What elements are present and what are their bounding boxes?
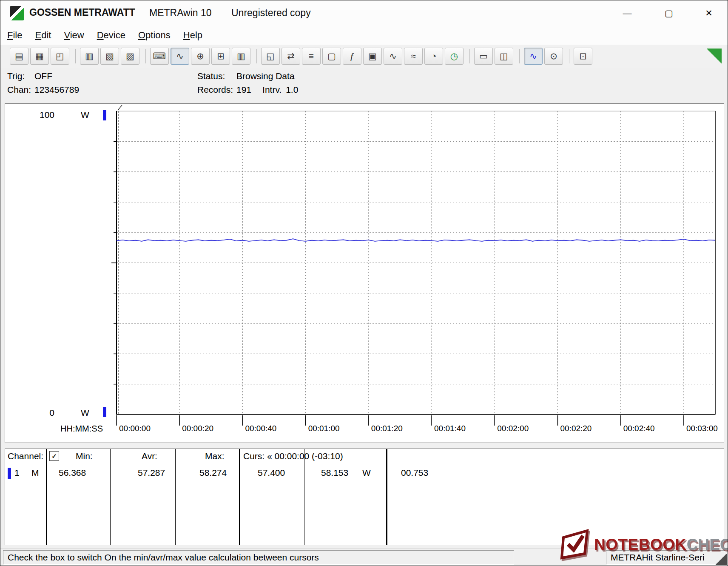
print-icon[interactable]: ▭ [474,48,493,65]
monitor-display-icon[interactable]: ▢ [322,48,341,65]
close-icon: ✕ [705,8,713,18]
waveform-small-icon[interactable]: ∿ [384,48,402,65]
toolbar-separator [256,49,257,63]
window-app-title: METRAwin 10 [149,7,212,19]
waveform-envelope-icon[interactable]: ≈ [404,48,423,65]
x-tick-label: 00:00:40 [245,424,276,433]
maximize-button[interactable]: ▢ [658,4,680,23]
scope-view-icon[interactable]: ⊕ [191,48,210,65]
menu-file[interactable]: File [7,30,22,41]
records-value: 191 [236,85,251,95]
toolbar-separator [569,49,569,63]
y-axis-min-label: 0 [31,408,54,418]
app-window: GOSSEN METRAWATT METRAwin 10 Unregistere… [0,0,728,566]
notebookcheck-watermark: NOTEBOOKCHECK [560,528,728,561]
read-device-memory-icon[interactable]: ▥ [80,48,99,65]
transfer-data-icon[interactable]: ⇄ [282,48,300,65]
watermark-check-text: CHECK [687,536,728,554]
formula-fx-icon[interactable]: ƒ [343,48,361,65]
menu-options[interactable]: Options [138,30,171,41]
status-records-block: Status: Browsing Data Records: 191 Intrv… [197,71,298,98]
channel-list-icon[interactable]: ≡ [302,48,321,65]
write-device-memory-icon[interactable]: ▧ [100,48,119,65]
table-view-icon[interactable]: ⊞ [211,48,230,65]
channel-mode-cell: M [31,468,39,478]
line-chart-view-icon[interactable]: ∿ [171,48,189,65]
x-tick-label: 00:02:40 [623,424,655,433]
minimize-icon: — [623,8,632,18]
menu-view[interactable]: View [64,30,84,41]
cursor2-value-cell: 58.153 [321,468,348,478]
histogram-view-icon[interactable]: ▥ [232,48,250,65]
window-brand-title: GOSSEN METRAWATT [29,7,135,18]
max-header: Max: [205,451,225,461]
x-tick-label: 00:01:20 [371,424,403,433]
table-divider [175,449,176,545]
min-value-cell: 56.368 [59,468,86,478]
x-tick-label: 00:00:00 [119,424,151,433]
menu-device[interactable]: Device [97,30,125,41]
x-tick-label: 00:02:20 [560,424,592,433]
cursor2-unit-cell: W [362,468,371,478]
table-divider [110,449,111,545]
x-axis-caption: HH:MM:SS [60,424,103,434]
x-tick-label: 00:03:00 [686,424,718,433]
trig-label: Trig: [7,71,34,81]
statusbar-hint-text: Check the box to switch On the min/avr/m… [8,552,319,563]
chan-label: Chan: [7,85,34,95]
status-panel: Trig: OFF Chan: 123456789 Status: Browsi… [0,68,728,103]
toolbar-separator [145,49,146,63]
intrv-value: 1.0 [286,85,298,95]
x-tick-label: 00:01:40 [434,424,466,433]
toolbar-separator [519,49,520,63]
minimize-button[interactable]: — [616,4,638,23]
min-header: Min: [76,451,93,461]
close-button[interactable]: ✕ [698,4,720,23]
x-tick-label: 00:02:00 [497,424,529,433]
channel-number-cell: 1 [14,468,20,478]
statusbar-hint-panel: Check the box to switch On the min/avr/m… [3,550,514,565]
y-axis-max-label: 100 [31,110,54,120]
device-panel-icon[interactable]: ▣ [363,48,382,65]
table-divider [386,449,387,545]
zoom-signal-icon[interactable]: ∿ [524,48,543,65]
max-value-cell: 58.274 [199,468,227,478]
menu-help[interactable]: Help [183,30,202,41]
annotation-note-icon[interactable]: ⊡ [574,48,592,65]
checkmark-icon: ✓ [51,452,57,460]
open-file-icon[interactable]: ◰ [51,48,69,65]
interval-timer-icon[interactable]: ◷ [445,48,464,65]
toolbar-separator [469,49,470,63]
watermark-notebook-text: NOTEBOOK [594,536,687,554]
table-divider [304,449,304,545]
meter-dial-icon[interactable]: ◔ [424,48,443,65]
cursor-header: Curs: « 00:00:00 (-03:10) [243,451,343,461]
chart-frame: 00:00:0000:00:2000:00:4000:01:0000:01:20… [5,103,724,443]
menu-edit[interactable]: Edit [35,30,51,41]
table-divider [46,449,47,545]
save-data-icon[interactable]: ▤ [10,48,28,65]
channel-marker-top [103,110,106,120]
toolbar-separator [75,49,76,63]
memory-card-icon[interactable]: ▨ [121,48,139,65]
intrv-label: Intrv. [262,85,282,95]
x-axis-tick-labels: 00:00:0000:00:2000:00:4000:01:0000:01:20… [5,104,724,443]
trigger-channel-block: Trig: OFF Chan: 123456789 [7,71,79,98]
channel-enable-checkbox[interactable]: ✓ [49,451,59,461]
app-logo-icon [10,6,24,20]
title-bar: GOSSEN METRAWATT METRAwin 10 Unregistere… [0,0,728,26]
keyboard-entry-icon[interactable]: ⌨ [150,48,169,65]
window-license-label: Unregistered copy [231,7,311,19]
maximize-icon: ▢ [665,8,673,18]
save-as-icon[interactable]: ▦ [30,48,49,65]
print-preview-icon[interactable]: ◫ [495,48,513,65]
export-data-icon[interactable]: ◱ [261,48,280,65]
status-label: Status: [197,71,236,81]
toolbar: ▤▦◰▥▧▨⌨∿⊕⊞▥◱⇄≡▢ƒ▣∿≈◔◷▭◫∿⊙⊡ [0,45,728,68]
channel-marker-bottom [103,407,106,417]
avr-value-cell: 57.287 [138,468,165,478]
x-tick-label: 00:01:00 [308,424,340,433]
y-axis-unit-top: W [81,110,89,120]
zoom-lens-icon[interactable]: ⊙ [544,48,563,65]
status-value: Browsing Data [236,71,295,81]
